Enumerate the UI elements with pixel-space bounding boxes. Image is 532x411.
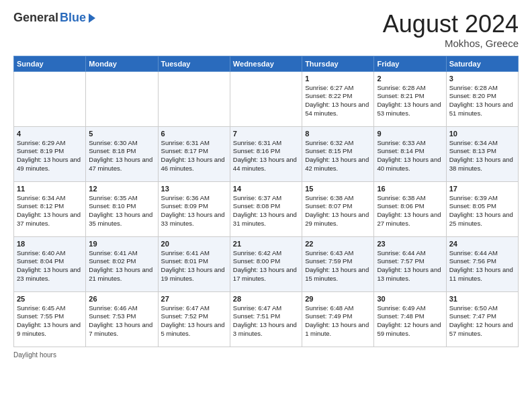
day-number: 1 (305, 75, 371, 83)
main-title: August 2024 (383, 11, 519, 38)
column-header-monday: Monday (86, 56, 158, 71)
cell-sun-info: Sunrise: 6:35 AM Sunset: 8:10 PM Dayligh… (89, 194, 154, 228)
cell-sun-info: Sunrise: 6:37 AM Sunset: 8:08 PM Dayligh… (233, 194, 299, 228)
cell-sun-info: Sunrise: 6:32 AM Sunset: 8:15 PM Dayligh… (305, 139, 371, 173)
calendar-cell (230, 71, 302, 126)
cell-sun-info: Sunrise: 6:39 AM Sunset: 8:05 PM Dayligh… (449, 194, 515, 228)
day-number: 7 (233, 130, 299, 138)
page: General Blue August 2024 Mokhos, Greece … (0, 0, 532, 411)
daylight-hours-label: Daylight hours (13, 351, 56, 359)
cell-sun-info: Sunrise: 6:28 AM Sunset: 8:21 PM Dayligh… (377, 84, 443, 118)
calendar-cell: 14Sunrise: 6:37 AM Sunset: 8:08 PM Dayli… (230, 181, 302, 236)
day-number: 11 (17, 185, 83, 193)
calendar-cell: 17Sunrise: 6:39 AM Sunset: 8:05 PM Dayli… (446, 181, 518, 236)
calendar-cell: 26Sunrise: 6:46 AM Sunset: 7:53 PM Dayli… (86, 291, 158, 347)
column-header-tuesday: Tuesday (158, 56, 230, 71)
cell-sun-info: Sunrise: 6:27 AM Sunset: 8:22 PM Dayligh… (305, 84, 371, 118)
calendar-cell: 24Sunrise: 6:44 AM Sunset: 7:56 PM Dayli… (446, 236, 518, 291)
logo: General Blue (13, 11, 95, 25)
calendar-cell: 22Sunrise: 6:43 AM Sunset: 7:59 PM Dayli… (302, 236, 374, 291)
day-number: 20 (161, 240, 227, 248)
footer: Daylight hours (13, 351, 519, 359)
column-header-thursday: Thursday (302, 56, 374, 71)
calendar-cell: 13Sunrise: 6:36 AM Sunset: 8:09 PM Dayli… (158, 181, 230, 236)
header: General Blue August 2024 Mokhos, Greece (13, 11, 519, 49)
calendar-cell: 1Sunrise: 6:27 AM Sunset: 8:22 PM Daylig… (302, 71, 374, 126)
day-number: 19 (89, 240, 154, 248)
day-number: 31 (449, 295, 515, 303)
column-header-wednesday: Wednesday (230, 56, 302, 71)
cell-sun-info: Sunrise: 6:49 AM Sunset: 7:48 PM Dayligh… (377, 304, 443, 338)
calendar-cell: 21Sunrise: 6:42 AM Sunset: 8:00 PM Dayli… (230, 236, 302, 291)
column-header-friday: Friday (374, 56, 446, 71)
calendar-cell (14, 71, 86, 126)
calendar-cell: 9Sunrise: 6:33 AM Sunset: 8:14 PM Daylig… (374, 126, 446, 181)
calendar-cell: 19Sunrise: 6:41 AM Sunset: 8:02 PM Dayli… (86, 236, 158, 291)
cell-sun-info: Sunrise: 6:40 AM Sunset: 8:04 PM Dayligh… (17, 249, 83, 283)
day-number: 12 (89, 185, 154, 193)
calendar-table: SundayMondayTuesdayWednesdayThursdayFrid… (13, 56, 519, 347)
cell-sun-info: Sunrise: 6:45 AM Sunset: 7:55 PM Dayligh… (17, 304, 83, 338)
day-number: 10 (449, 130, 515, 138)
day-number: 18 (17, 240, 83, 248)
day-number: 22 (305, 240, 371, 248)
cell-sun-info: Sunrise: 6:28 AM Sunset: 8:20 PM Dayligh… (449, 84, 515, 118)
cell-sun-info: Sunrise: 6:46 AM Sunset: 7:53 PM Dayligh… (89, 304, 154, 338)
column-header-saturday: Saturday (446, 56, 518, 71)
cell-sun-info: Sunrise: 6:50 AM Sunset: 7:47 PM Dayligh… (449, 304, 515, 338)
week-row-1: 1Sunrise: 6:27 AM Sunset: 8:22 PM Daylig… (14, 71, 519, 126)
day-number: 26 (89, 295, 154, 303)
cell-sun-info: Sunrise: 6:44 AM Sunset: 7:57 PM Dayligh… (377, 249, 443, 283)
day-number: 24 (449, 240, 515, 248)
cell-sun-info: Sunrise: 6:30 AM Sunset: 8:18 PM Dayligh… (89, 139, 154, 173)
calendar-cell: 10Sunrise: 6:34 AM Sunset: 8:13 PM Dayli… (446, 126, 518, 181)
logo-arrow-icon (89, 13, 95, 23)
cell-sun-info: Sunrise: 6:42 AM Sunset: 8:00 PM Dayligh… (233, 249, 299, 283)
calendar-cell: 30Sunrise: 6:49 AM Sunset: 7:48 PM Dayli… (374, 291, 446, 347)
day-number: 6 (161, 130, 227, 138)
day-number: 5 (89, 130, 154, 138)
day-number: 15 (305, 185, 371, 193)
day-number: 4 (17, 130, 83, 138)
week-row-4: 18Sunrise: 6:40 AM Sunset: 8:04 PM Dayli… (14, 236, 519, 291)
day-number: 9 (377, 130, 443, 138)
column-header-sunday: Sunday (14, 56, 86, 71)
calendar-cell: 31Sunrise: 6:50 AM Sunset: 7:47 PM Dayli… (446, 291, 518, 347)
calendar-cell (86, 71, 158, 126)
cell-sun-info: Sunrise: 6:48 AM Sunset: 7:49 PM Dayligh… (305, 304, 371, 338)
cell-sun-info: Sunrise: 6:43 AM Sunset: 7:59 PM Dayligh… (305, 249, 371, 283)
calendar-cell: 23Sunrise: 6:44 AM Sunset: 7:57 PM Dayli… (374, 236, 446, 291)
day-number: 25 (17, 295, 83, 303)
day-number: 17 (449, 185, 515, 193)
column-header-row: SundayMondayTuesdayWednesdayThursdayFrid… (14, 56, 519, 71)
calendar-cell: 15Sunrise: 6:38 AM Sunset: 8:07 PM Dayli… (302, 181, 374, 236)
calendar-cell: 6Sunrise: 6:31 AM Sunset: 8:17 PM Daylig… (158, 126, 230, 181)
day-number: 23 (377, 240, 443, 248)
week-row-3: 11Sunrise: 6:34 AM Sunset: 8:12 PM Dayli… (14, 181, 519, 236)
cell-sun-info: Sunrise: 6:38 AM Sunset: 8:07 PM Dayligh… (305, 194, 371, 228)
calendar-cell: 5Sunrise: 6:30 AM Sunset: 8:18 PM Daylig… (86, 126, 158, 181)
cell-sun-info: Sunrise: 6:34 AM Sunset: 8:12 PM Dayligh… (17, 194, 83, 228)
calendar-cell: 20Sunrise: 6:41 AM Sunset: 8:01 PM Dayli… (158, 236, 230, 291)
day-number: 3 (449, 75, 515, 83)
calendar-cell: 8Sunrise: 6:32 AM Sunset: 8:15 PM Daylig… (302, 126, 374, 181)
week-row-5: 25Sunrise: 6:45 AM Sunset: 7:55 PM Dayli… (14, 291, 519, 347)
calendar-cell: 27Sunrise: 6:47 AM Sunset: 7:52 PM Dayli… (158, 291, 230, 347)
day-number: 2 (377, 75, 443, 83)
calendar-cell: 2Sunrise: 6:28 AM Sunset: 8:21 PM Daylig… (374, 71, 446, 126)
cell-sun-info: Sunrise: 6:29 AM Sunset: 8:19 PM Dayligh… (17, 139, 83, 173)
day-number: 16 (377, 185, 443, 193)
week-row-2: 4Sunrise: 6:29 AM Sunset: 8:19 PM Daylig… (14, 126, 519, 181)
cell-sun-info: Sunrise: 6:41 AM Sunset: 8:01 PM Dayligh… (161, 249, 227, 283)
cell-sun-info: Sunrise: 6:44 AM Sunset: 7:56 PM Dayligh… (449, 249, 515, 283)
cell-sun-info: Sunrise: 6:47 AM Sunset: 7:52 PM Dayligh… (161, 304, 227, 338)
calendar-cell: 18Sunrise: 6:40 AM Sunset: 8:04 PM Dayli… (14, 236, 86, 291)
title-block: August 2024 Mokhos, Greece (383, 11, 519, 49)
day-number: 29 (305, 295, 371, 303)
cell-sun-info: Sunrise: 6:34 AM Sunset: 8:13 PM Dayligh… (449, 139, 515, 173)
cell-sun-info: Sunrise: 6:38 AM Sunset: 8:06 PM Dayligh… (377, 194, 443, 228)
day-number: 13 (161, 185, 227, 193)
calendar-cell: 4Sunrise: 6:29 AM Sunset: 8:19 PM Daylig… (14, 126, 86, 181)
cell-sun-info: Sunrise: 6:47 AM Sunset: 7:51 PM Dayligh… (233, 304, 299, 338)
day-number: 14 (233, 185, 299, 193)
